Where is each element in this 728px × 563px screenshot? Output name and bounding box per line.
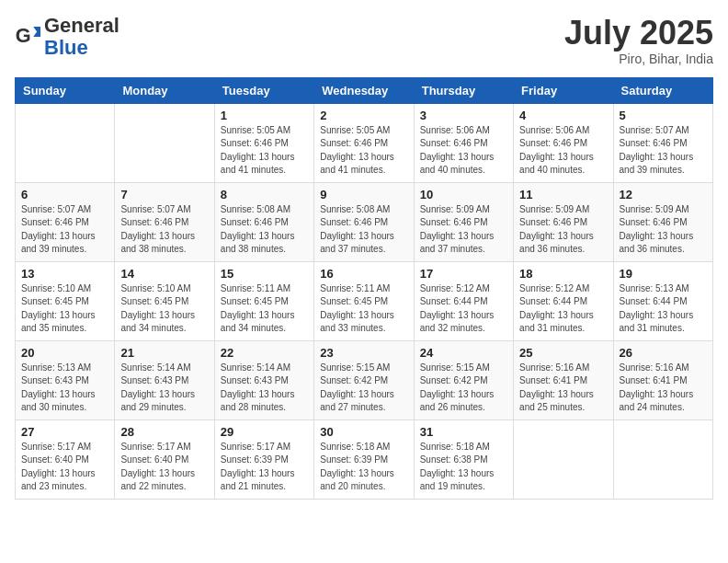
day-number: 30 [320,425,407,439]
calendar-cell: 18Sunrise: 5:12 AM Sunset: 6:44 PM Dayli… [514,261,613,340]
title-block: July 2025 Piro, Bihar, India [564,15,713,66]
day-number: 26 [620,346,707,360]
calendar-cell: 7Sunrise: 5:07 AM Sunset: 6:46 PM Daylig… [115,182,214,261]
day-info: Sunrise: 5:14 AM Sunset: 6:43 PM Dayligh… [120,362,208,415]
day-number: 1 [221,109,308,122]
logo: G General Blue [15,15,119,59]
day-number: 8 [221,188,308,201]
calendar-cell: 1Sunrise: 5:05 AM Sunset: 6:46 PM Daylig… [214,103,313,182]
day-number: 18 [519,267,607,281]
day-info: Sunrise: 5:08 AM Sunset: 6:46 PM Dayligh… [221,203,308,257]
day-number: 7 [120,188,208,201]
day-info: Sunrise: 5:09 AM Sunset: 6:46 PM Dayligh… [620,203,707,257]
calendar-cell: 3Sunrise: 5:06 AM Sunset: 6:46 PM Daylig… [414,103,513,182]
calendar-cell: 14Sunrise: 5:10 AM Sunset: 6:45 PM Dayli… [115,261,214,340]
day-number: 9 [320,188,407,201]
day-number: 6 [21,188,108,201]
col-header-monday: Monday [115,77,214,103]
day-number: 13 [21,267,108,281]
day-info: Sunrise: 5:12 AM Sunset: 6:44 PM Dayligh… [420,282,507,336]
calendar-cell: 26Sunrise: 5:16 AM Sunset: 6:41 PM Dayli… [613,340,712,419]
calendar-cell: 8Sunrise: 5:08 AM Sunset: 6:46 PM Daylig… [214,182,313,261]
day-number: 17 [420,267,507,281]
day-info: Sunrise: 5:09 AM Sunset: 6:46 PM Dayligh… [519,203,607,257]
day-number: 27 [21,425,108,439]
day-number: 21 [120,346,208,360]
calendar-cell: 5Sunrise: 5:07 AM Sunset: 6:46 PM Daylig… [613,103,712,182]
col-header-saturday: Saturday [613,77,712,103]
day-info: Sunrise: 5:06 AM Sunset: 6:46 PM Dayligh… [519,124,607,178]
day-info: Sunrise: 5:18 AM Sunset: 6:38 PM Dayligh… [420,441,507,494]
calendar-cell: 13Sunrise: 5:10 AM Sunset: 6:45 PM Dayli… [16,261,115,340]
day-info: Sunrise: 5:10 AM Sunset: 6:45 PM Dayligh… [21,282,108,336]
calendar-cell: 20Sunrise: 5:13 AM Sunset: 6:43 PM Dayli… [16,340,115,419]
day-info: Sunrise: 5:17 AM Sunset: 6:39 PM Dayligh… [221,441,308,494]
col-header-sunday: Sunday [16,77,115,103]
logo-icon: G [15,24,40,50]
day-number: 25 [519,346,607,360]
calendar-cell: 19Sunrise: 5:13 AM Sunset: 6:44 PM Dayli… [613,261,712,340]
day-info: Sunrise: 5:15 AM Sunset: 6:42 PM Dayligh… [320,362,407,415]
day-number: 29 [221,425,308,439]
calendar-header-row: SundayMondayTuesdayWednesdayThursdayFrid… [16,77,713,103]
calendar-cell [16,103,115,182]
day-number: 22 [221,346,308,360]
calendar-cell: 10Sunrise: 5:09 AM Sunset: 6:46 PM Dayli… [414,182,513,261]
calendar-cell: 31Sunrise: 5:18 AM Sunset: 6:38 PM Dayli… [414,419,513,499]
day-info: Sunrise: 5:11 AM Sunset: 6:45 PM Dayligh… [320,282,407,336]
calendar-cell: 21Sunrise: 5:14 AM Sunset: 6:43 PM Dayli… [115,340,214,419]
calendar-week-row: 27Sunrise: 5:17 AM Sunset: 6:40 PM Dayli… [16,419,713,499]
day-info: Sunrise: 5:05 AM Sunset: 6:46 PM Dayligh… [320,124,407,178]
day-number: 16 [320,267,407,281]
day-info: Sunrise: 5:06 AM Sunset: 6:46 PM Dayligh… [420,124,507,178]
calendar-cell: 2Sunrise: 5:05 AM Sunset: 6:46 PM Daylig… [314,103,414,182]
day-info: Sunrise: 5:15 AM Sunset: 6:42 PM Dayligh… [420,362,507,415]
col-header-friday: Friday [514,77,613,103]
calendar-cell: 16Sunrise: 5:11 AM Sunset: 6:45 PM Dayli… [314,261,414,340]
calendar-cell: 4Sunrise: 5:06 AM Sunset: 6:46 PM Daylig… [514,103,613,182]
day-info: Sunrise: 5:16 AM Sunset: 6:41 PM Dayligh… [519,362,607,415]
calendar-cell: 9Sunrise: 5:08 AM Sunset: 6:46 PM Daylig… [314,182,414,261]
calendar-cell: 25Sunrise: 5:16 AM Sunset: 6:41 PM Dayli… [514,340,613,419]
day-info: Sunrise: 5:13 AM Sunset: 6:44 PM Dayligh… [620,282,707,336]
location-text: Piro, Bihar, India [564,52,713,66]
page-header: G General Blue July 2025 Piro, Bihar, In… [15,15,713,66]
calendar-week-row: 6Sunrise: 5:07 AM Sunset: 6:46 PM Daylig… [16,182,713,261]
day-info: Sunrise: 5:11 AM Sunset: 6:45 PM Dayligh… [221,282,308,336]
day-info: Sunrise: 5:07 AM Sunset: 6:46 PM Dayligh… [120,203,208,257]
day-info: Sunrise: 5:16 AM Sunset: 6:41 PM Dayligh… [620,362,707,415]
day-info: Sunrise: 5:05 AM Sunset: 6:46 PM Dayligh… [221,124,308,178]
day-info: Sunrise: 5:07 AM Sunset: 6:46 PM Dayligh… [21,203,108,257]
calendar-cell [514,419,613,499]
calendar-table: SundayMondayTuesdayWednesdayThursdayFrid… [15,77,713,500]
day-info: Sunrise: 5:14 AM Sunset: 6:43 PM Dayligh… [221,362,308,415]
day-number: 24 [420,346,507,360]
calendar-cell: 23Sunrise: 5:15 AM Sunset: 6:42 PM Dayli… [314,340,414,419]
day-number: 4 [519,109,607,122]
day-number: 28 [120,425,208,439]
col-header-wednesday: Wednesday [314,77,414,103]
day-info: Sunrise: 5:18 AM Sunset: 6:39 PM Dayligh… [320,441,407,494]
day-number: 19 [620,267,707,281]
day-info: Sunrise: 5:10 AM Sunset: 6:45 PM Dayligh… [120,282,208,336]
col-header-thursday: Thursday [414,77,513,103]
day-number: 5 [620,109,707,122]
svg-text:G: G [16,24,31,47]
col-header-tuesday: Tuesday [214,77,313,103]
day-info: Sunrise: 5:09 AM Sunset: 6:46 PM Dayligh… [420,203,507,257]
day-number: 23 [320,346,407,360]
logo-blue-text: Blue [44,36,88,59]
day-number: 14 [120,267,208,281]
calendar-cell [115,103,214,182]
calendar-week-row: 20Sunrise: 5:13 AM Sunset: 6:43 PM Dayli… [16,340,713,419]
logo-general-text: General [44,14,119,37]
calendar-cell: 24Sunrise: 5:15 AM Sunset: 6:42 PM Dayli… [414,340,513,419]
day-info: Sunrise: 5:17 AM Sunset: 6:40 PM Dayligh… [21,441,108,494]
day-number: 2 [320,109,407,122]
calendar-cell: 22Sunrise: 5:14 AM Sunset: 6:43 PM Dayli… [214,340,313,419]
day-number: 31 [420,425,507,439]
calendar-cell: 17Sunrise: 5:12 AM Sunset: 6:44 PM Dayli… [414,261,513,340]
day-number: 3 [420,109,507,122]
calendar-week-row: 13Sunrise: 5:10 AM Sunset: 6:45 PM Dayli… [16,261,713,340]
day-number: 12 [620,188,707,201]
